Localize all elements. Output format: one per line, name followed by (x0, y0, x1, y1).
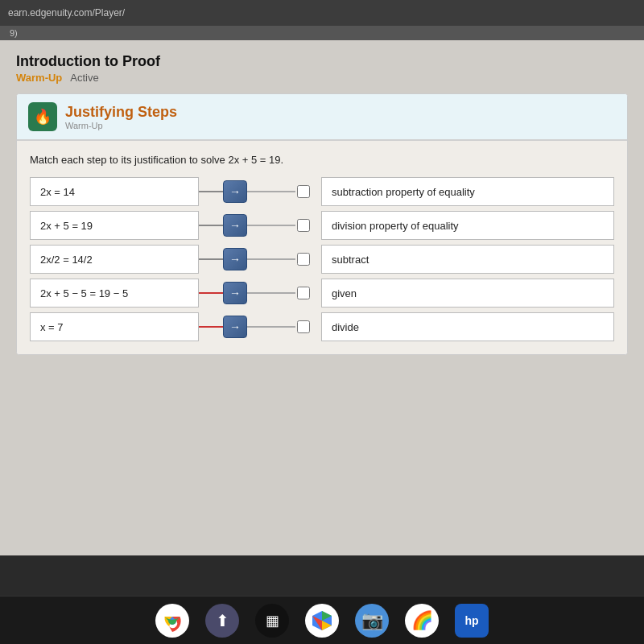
connector-row-1: → (199, 177, 295, 206)
taskbar-arc-icon[interactable]: ⬆ (205, 604, 239, 638)
justification-box-2[interactable]: division property of equality (321, 211, 614, 240)
taskbar-rainbow-icon[interactable]: 🌈 (405, 604, 439, 638)
arrow-button-3[interactable]: → (223, 248, 247, 270)
checkbox-column (295, 177, 315, 341)
equations-column: 2x = 142x + 5 = 192x/2 = 14/22x + 5 − 5 … (30, 177, 199, 341)
connector-row-3: → (199, 245, 295, 274)
line-left-3 (199, 258, 223, 260)
browser-url: earn.edgenuity.com/Player/ (8, 7, 125, 19)
page-subtitle: Warm-Up Active (16, 72, 628, 84)
equation-box-2: 2x + 5 = 19 (30, 211, 199, 240)
line-right-2 (247, 225, 295, 226)
checkbox-wrapper-5 (295, 312, 312, 341)
activity-title: Justifying Steps (65, 104, 616, 121)
taskbar: ⬆ ▦ 📷 🌈 hp (0, 596, 644, 644)
arrow-button-4[interactable]: → (223, 282, 247, 304)
justification-box-4[interactable]: given (321, 279, 614, 308)
checkbox-wrapper-4 (295, 279, 312, 308)
justification-box-3[interactable]: subtract (321, 245, 614, 274)
line-right-1 (247, 191, 295, 192)
line-left-5 (199, 326, 223, 328)
checkbox-wrapper-1 (295, 177, 312, 206)
page-content: Introduction to Proof Warm-Up Active 🔥 J… (0, 40, 644, 555)
instruction: Match each step to its justification to … (30, 154, 614, 166)
taskbar-hp-icon[interactable]: hp (455, 604, 489, 638)
equation-box-4: 2x + 5 − 5 = 19 − 5 (30, 279, 199, 308)
checkbox-5[interactable] (297, 320, 310, 333)
line-left-1 (199, 191, 223, 192)
checkbox-wrapper-2 (295, 211, 312, 240)
line-right-3 (247, 258, 295, 260)
equation-box-3: 2x/2 = 14/2 (30, 245, 199, 274)
equation-box-1: 2x = 14 (30, 177, 199, 206)
line-right-4 (247, 292, 295, 294)
connector-row-2: → (199, 211, 295, 240)
equation-box-5: x = 7 (30, 312, 199, 341)
tab-bar: 9) (0, 26, 644, 40)
checkbox-wrapper-3 (295, 245, 312, 274)
line-right-5 (247, 326, 295, 328)
taskbar-camera-icon[interactable]: 📷 (355, 604, 389, 638)
taskbar-chrome-icon[interactable] (155, 604, 189, 638)
activity-header-subtitle: Warm-Up (65, 121, 616, 130)
justification-column: subtraction property of equalitydivision… (321, 177, 614, 341)
arrow-button-2[interactable]: → (223, 214, 247, 237)
connector-area: →→→→→ (199, 177, 295, 341)
connector-row-4: → (199, 279, 295, 308)
right-side: subtraction property of equalitydivision… (295, 177, 614, 341)
checkbox-4[interactable] (297, 287, 310, 299)
activity-body: Match each step to its justification to … (17, 141, 627, 354)
activity-header-text: Justifying Steps Warm-Up (65, 104, 616, 130)
line-left-2 (199, 225, 223, 226)
connector-row-5: → (199, 312, 295, 341)
subtitle-active: Active (70, 72, 98, 84)
checkbox-3[interactable] (297, 253, 310, 266)
activity-card: 🔥 Justifying Steps Warm-Up Match each st… (16, 93, 628, 355)
checkbox-2[interactable] (297, 219, 310, 232)
tab-label: 9) (10, 28, 18, 38)
line-left-4 (199, 292, 223, 294)
taskbar-qr-icon[interactable]: ▦ (255, 604, 289, 638)
subtitle-warmup: Warm-Up (16, 72, 62, 84)
page-title: Introduction to Proof (16, 53, 628, 70)
arrow-button-5[interactable]: → (223, 316, 247, 338)
checkbox-1[interactable] (297, 185, 310, 198)
activity-icon: 🔥 (28, 102, 57, 131)
arrow-button-1[interactable]: → (223, 180, 247, 203)
taskbar-photos-icon[interactable] (305, 604, 339, 638)
browser-bar: earn.edgenuity.com/Player/ (0, 0, 644, 26)
justification-box-1[interactable]: subtraction property of equality (321, 177, 614, 206)
matching-area: 2x = 142x + 5 = 192x/2 = 14/22x + 5 − 5 … (30, 177, 614, 341)
activity-header: 🔥 Justifying Steps Warm-Up (17, 94, 627, 141)
justification-box-5[interactable]: divide (321, 312, 614, 341)
